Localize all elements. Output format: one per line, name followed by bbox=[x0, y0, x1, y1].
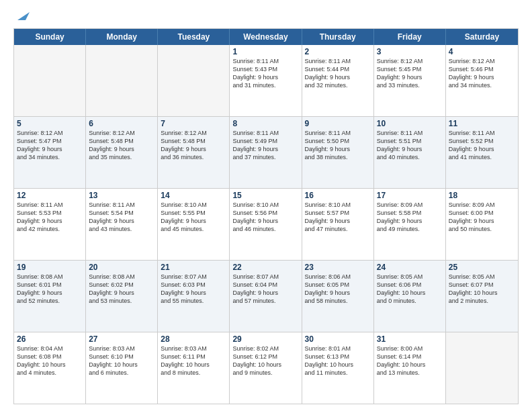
day-number: 20 bbox=[89, 263, 154, 272]
day-info: Sunrise: 8:11 AM Sunset: 5:50 PM Dayligh… bbox=[305, 129, 371, 162]
calendar-cell: 3Sunrise: 8:12 AM Sunset: 5:45 PM Daylig… bbox=[374, 45, 446, 116]
day-info: Sunrise: 8:12 AM Sunset: 5:48 PM Dayligh… bbox=[89, 129, 154, 162]
calendar-cell: 18Sunrise: 8:09 AM Sunset: 6:00 PM Dayli… bbox=[446, 189, 518, 260]
day-info: Sunrise: 8:11 AM Sunset: 5:52 PM Dayligh… bbox=[449, 129, 515, 162]
day-number: 28 bbox=[161, 334, 226, 344]
header bbox=[13, 11, 519, 23]
calendar-cell: 1Sunrise: 8:11 AM Sunset: 5:43 PM Daylig… bbox=[230, 45, 302, 116]
day-number: 23 bbox=[305, 263, 371, 272]
day-number: 13 bbox=[89, 191, 154, 200]
day-number: 12 bbox=[17, 191, 83, 200]
day-info: Sunrise: 8:08 AM Sunset: 6:01 PM Dayligh… bbox=[17, 273, 83, 306]
calendar-cell bbox=[86, 45, 158, 116]
day-number: 11 bbox=[449, 119, 515, 128]
day-info: Sunrise: 8:10 AM Sunset: 5:55 PM Dayligh… bbox=[161, 201, 226, 234]
day-number: 25 bbox=[449, 263, 515, 272]
day-number: 8 bbox=[232, 119, 298, 128]
calendar-cell: 26Sunrise: 8:04 AM Sunset: 6:08 PM Dayli… bbox=[14, 332, 86, 404]
day-number: 15 bbox=[232, 191, 298, 200]
calendar-cell: 10Sunrise: 8:11 AM Sunset: 5:51 PM Dayli… bbox=[374, 117, 446, 188]
calendar-cell: 28Sunrise: 8:03 AM Sunset: 6:11 PM Dayli… bbox=[158, 332, 230, 404]
day-number: 1 bbox=[232, 47, 298, 56]
calendar-cell: 5Sunrise: 8:12 AM Sunset: 5:47 PM Daylig… bbox=[14, 117, 86, 188]
day-number: 18 bbox=[449, 191, 515, 200]
calendar-row-0: 1Sunrise: 8:11 AM Sunset: 5:43 PM Daylig… bbox=[14, 45, 518, 117]
weekday-header-thursday: Thursday bbox=[302, 29, 374, 45]
calendar-cell: 22Sunrise: 8:07 AM Sunset: 6:04 PM Dayli… bbox=[230, 261, 302, 332]
calendar-cell: 13Sunrise: 8:11 AM Sunset: 5:54 PM Dayli… bbox=[86, 189, 158, 260]
day-info: Sunrise: 8:08 AM Sunset: 6:02 PM Dayligh… bbox=[89, 273, 154, 306]
day-info: Sunrise: 8:06 AM Sunset: 6:05 PM Dayligh… bbox=[305, 273, 371, 306]
day-info: Sunrise: 8:07 AM Sunset: 6:03 PM Dayligh… bbox=[161, 273, 226, 306]
day-number: 26 bbox=[17, 334, 83, 344]
day-number: 19 bbox=[17, 263, 83, 272]
calendar-cell: 2Sunrise: 8:11 AM Sunset: 5:44 PM Daylig… bbox=[302, 45, 374, 116]
calendar-cell: 30Sunrise: 8:01 AM Sunset: 6:13 PM Dayli… bbox=[302, 332, 374, 404]
svg-marker-0 bbox=[17, 12, 30, 20]
day-number: 6 bbox=[89, 119, 154, 128]
weekday-header-monday: Monday bbox=[86, 29, 158, 45]
day-info: Sunrise: 8:09 AM Sunset: 6:00 PM Dayligh… bbox=[449, 201, 515, 234]
day-info: Sunrise: 8:02 AM Sunset: 6:12 PM Dayligh… bbox=[232, 345, 298, 377]
day-number: 29 bbox=[232, 334, 298, 344]
day-info: Sunrise: 8:10 AM Sunset: 5:57 PM Dayligh… bbox=[305, 201, 371, 234]
calendar-row-3: 19Sunrise: 8:08 AM Sunset: 6:01 PM Dayli… bbox=[14, 261, 518, 332]
day-number: 27 bbox=[89, 334, 154, 344]
weekday-header-friday: Friday bbox=[374, 29, 446, 45]
day-info: Sunrise: 8:11 AM Sunset: 5:49 PM Dayligh… bbox=[232, 129, 298, 162]
day-info: Sunrise: 8:09 AM Sunset: 5:58 PM Dayligh… bbox=[377, 201, 443, 234]
day-info: Sunrise: 8:05 AM Sunset: 6:07 PM Dayligh… bbox=[449, 273, 515, 306]
calendar-cell: 14Sunrise: 8:10 AM Sunset: 5:55 PM Dayli… bbox=[158, 189, 230, 260]
day-info: Sunrise: 8:12 AM Sunset: 5:47 PM Dayligh… bbox=[17, 129, 83, 162]
calendar-cell: 19Sunrise: 8:08 AM Sunset: 6:01 PM Dayli… bbox=[14, 261, 86, 332]
calendar-row-1: 5Sunrise: 8:12 AM Sunset: 5:47 PM Daylig… bbox=[14, 117, 518, 189]
calendar-cell: 8Sunrise: 8:11 AM Sunset: 5:49 PM Daylig… bbox=[230, 117, 302, 188]
day-info: Sunrise: 8:05 AM Sunset: 6:06 PM Dayligh… bbox=[377, 273, 443, 306]
weekday-header-tuesday: Tuesday bbox=[158, 29, 230, 45]
calendar-cell: 7Sunrise: 8:12 AM Sunset: 5:48 PM Daylig… bbox=[158, 117, 230, 188]
calendar-cell: 4Sunrise: 8:12 AM Sunset: 5:46 PM Daylig… bbox=[446, 45, 518, 116]
day-info: Sunrise: 8:10 AM Sunset: 5:56 PM Dayligh… bbox=[232, 201, 298, 234]
calendar-cell: 24Sunrise: 8:05 AM Sunset: 6:06 PM Dayli… bbox=[374, 261, 446, 332]
calendar-cell: 17Sunrise: 8:09 AM Sunset: 5:58 PM Dayli… bbox=[374, 189, 446, 260]
calendar-cell: 31Sunrise: 8:00 AM Sunset: 6:14 PM Dayli… bbox=[374, 332, 446, 404]
calendar-cell: 12Sunrise: 8:11 AM Sunset: 5:53 PM Dayli… bbox=[14, 189, 86, 260]
day-info: Sunrise: 8:12 AM Sunset: 5:45 PM Dayligh… bbox=[377, 57, 443, 90]
calendar-cell bbox=[14, 45, 86, 116]
logo bbox=[13, 11, 30, 23]
day-info: Sunrise: 8:03 AM Sunset: 6:11 PM Dayligh… bbox=[161, 345, 226, 377]
calendar-cell: 29Sunrise: 8:02 AM Sunset: 6:12 PM Dayli… bbox=[230, 332, 302, 404]
day-number: 16 bbox=[305, 191, 371, 200]
day-number: 21 bbox=[161, 263, 226, 272]
calendar-row-4: 26Sunrise: 8:04 AM Sunset: 6:08 PM Dayli… bbox=[14, 332, 518, 404]
day-number: 14 bbox=[161, 191, 226, 200]
day-number: 2 bbox=[305, 47, 371, 56]
weekday-header-sunday: Sunday bbox=[14, 29, 86, 45]
day-info: Sunrise: 8:12 AM Sunset: 5:46 PM Dayligh… bbox=[449, 57, 515, 90]
day-info: Sunrise: 8:00 AM Sunset: 6:14 PM Dayligh… bbox=[377, 345, 443, 377]
day-info: Sunrise: 8:12 AM Sunset: 5:48 PM Dayligh… bbox=[161, 129, 226, 162]
day-info: Sunrise: 8:11 AM Sunset: 5:44 PM Dayligh… bbox=[305, 57, 371, 90]
calendar-cell: 20Sunrise: 8:08 AM Sunset: 6:02 PM Dayli… bbox=[86, 261, 158, 332]
calendar-row-2: 12Sunrise: 8:11 AM Sunset: 5:53 PM Dayli… bbox=[14, 189, 518, 261]
logo-bird-icon bbox=[15, 8, 30, 23]
calendar-cell: 27Sunrise: 8:03 AM Sunset: 6:10 PM Dayli… bbox=[86, 332, 158, 404]
day-number: 31 bbox=[377, 334, 443, 344]
day-number: 24 bbox=[377, 263, 443, 272]
day-info: Sunrise: 8:03 AM Sunset: 6:10 PM Dayligh… bbox=[89, 345, 154, 377]
day-info: Sunrise: 8:01 AM Sunset: 6:13 PM Dayligh… bbox=[305, 345, 371, 377]
day-info: Sunrise: 8:11 AM Sunset: 5:43 PM Dayligh… bbox=[232, 57, 298, 90]
day-info: Sunrise: 8:11 AM Sunset: 5:51 PM Dayligh… bbox=[377, 129, 443, 162]
day-number: 3 bbox=[377, 47, 443, 56]
calendar-cell: 6Sunrise: 8:12 AM Sunset: 5:48 PM Daylig… bbox=[86, 117, 158, 188]
day-number: 7 bbox=[161, 119, 226, 128]
calendar-cell: 15Sunrise: 8:10 AM Sunset: 5:56 PM Dayli… bbox=[230, 189, 302, 260]
page: SundayMondayTuesdayWednesdayThursdayFrid… bbox=[0, 0, 532, 411]
day-number: 9 bbox=[305, 119, 371, 128]
calendar-body: 1Sunrise: 8:11 AM Sunset: 5:43 PM Daylig… bbox=[14, 45, 518, 404]
weekday-header-saturday: Saturday bbox=[446, 29, 518, 45]
day-info: Sunrise: 8:11 AM Sunset: 5:53 PM Dayligh… bbox=[17, 201, 83, 234]
day-number: 5 bbox=[17, 119, 83, 128]
day-info: Sunrise: 8:04 AM Sunset: 6:08 PM Dayligh… bbox=[17, 345, 83, 377]
day-info: Sunrise: 8:11 AM Sunset: 5:54 PM Dayligh… bbox=[89, 201, 154, 234]
